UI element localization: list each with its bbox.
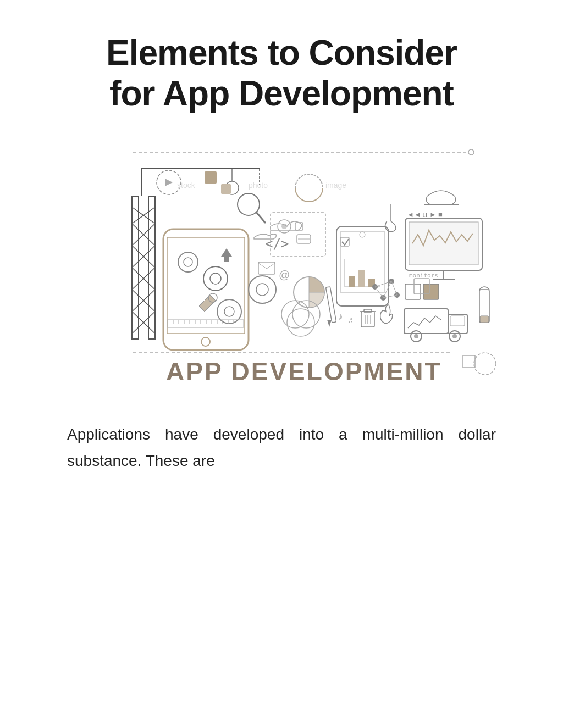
- svg-rect-27: [163, 229, 249, 350]
- svg-point-29: [201, 337, 210, 346]
- svg-rect-79: [409, 222, 478, 265]
- svg-line-106: [391, 281, 397, 295]
- svg-point-33: [210, 273, 221, 284]
- svg-text:♪: ♪: [338, 311, 343, 322]
- svg-point-115: [474, 353, 496, 375]
- svg-text:APP DEVELOPMENT: APP DEVELOPMENT: [166, 357, 442, 386]
- title-line2: for App Development: [109, 74, 454, 113]
- svg-point-1: [468, 149, 474, 155]
- svg-rect-88: [404, 309, 448, 334]
- svg-rect-109: [258, 262, 275, 274]
- svg-point-58: [249, 276, 276, 303]
- svg-rect-86: [423, 284, 439, 299]
- svg-rect-65: [349, 276, 355, 287]
- svg-rect-3: [148, 196, 155, 339]
- svg-line-26: [256, 212, 265, 223]
- illustration-container: </>: [67, 141, 496, 394]
- svg-point-111: [282, 301, 309, 328]
- svg-point-91: [414, 334, 418, 338]
- app-development-illustration: </>: [67, 141, 496, 394]
- svg-point-32: [203, 266, 228, 291]
- svg-marker-37: [221, 248, 232, 262]
- svg-point-112: [292, 301, 320, 328]
- svg-text:image: image: [325, 181, 346, 190]
- body-text: Applications have developed into a multi…: [67, 421, 496, 474]
- svg-rect-94: [450, 316, 465, 326]
- svg-marker-108: [327, 320, 332, 327]
- svg-point-31: [184, 258, 192, 266]
- svg-rect-2: [132, 196, 139, 339]
- svg-point-30: [178, 252, 198, 272]
- body-text-content: Applications have developed into a multi…: [67, 426, 496, 469]
- svg-text:@: @: [279, 269, 290, 281]
- svg-text:◄◄ II ► ■: ◄◄ II ► ■: [407, 210, 443, 219]
- page-container: Elements to Consider for App Development: [45, 0, 518, 728]
- page-title: Elements to Consider for App Development: [67, 33, 496, 114]
- title-line1: Elements to Consider: [106, 33, 457, 73]
- svg-text:monitors: monitors: [409, 272, 438, 279]
- svg-rect-114: [463, 355, 475, 368]
- svg-rect-23: [205, 171, 217, 184]
- svg-rect-107: [326, 287, 336, 323]
- svg-rect-85: [405, 284, 421, 299]
- svg-point-35: [224, 307, 234, 316]
- svg-marker-22: [165, 179, 173, 186]
- svg-point-59: [256, 284, 268, 296]
- svg-rect-74: [364, 309, 372, 312]
- svg-point-113: [287, 309, 314, 336]
- svg-rect-97: [480, 316, 489, 323]
- svg-text:stock: stock: [177, 181, 196, 190]
- svg-rect-24: [221, 184, 231, 194]
- svg-text:photo: photo: [249, 181, 268, 190]
- svg-text:</>: </>: [265, 236, 289, 252]
- svg-point-93: [452, 334, 457, 338]
- svg-rect-61: [336, 226, 389, 306]
- svg-rect-66: [358, 270, 365, 287]
- svg-point-68: [360, 232, 365, 237]
- svg-text:♬: ♬: [347, 316, 354, 324]
